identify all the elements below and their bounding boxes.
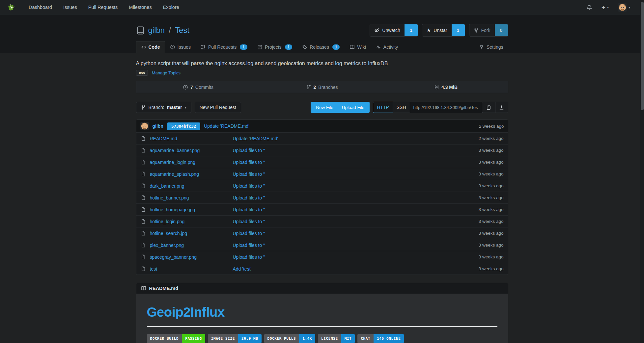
tab-wiki[interactable]: Wiki [345, 41, 371, 53]
file-age: 2 weeks ago [461, 136, 504, 141]
commit-author-link[interactable]: gilbn [153, 123, 163, 129]
chat-badge[interactable]: CHAT 145 ONLINE [357, 334, 404, 343]
file-commit-link[interactable]: Upload files to '' [233, 219, 461, 224]
nav-dashboard[interactable]: Dashboard [23, 0, 58, 15]
file-commit-link[interactable]: Add 'test' [233, 266, 461, 272]
readme-body: Geoip2Influx DOCKER BUILD PASSING IMAGE … [136, 294, 508, 343]
fork-button[interactable]: Fork [469, 24, 495, 36]
file-name-link[interactable]: spacegray_banner.png [150, 254, 233, 260]
user-menu[interactable]: ▾ [618, 3, 630, 12]
clock-icon [183, 85, 188, 90]
file-name-link[interactable]: hotline_login.png [150, 219, 233, 224]
file-name-link[interactable]: aquamarine_banner.png [150, 148, 233, 153]
file-icon [141, 207, 146, 212]
copy-url-button[interactable] [482, 102, 495, 113]
ssh-protocol-button[interactable]: SSH [393, 102, 410, 113]
commit-message-link[interactable]: Update 'README.md' [204, 123, 249, 129]
commit-hash-badge[interactable]: 57384bfc32 [167, 122, 200, 130]
branch-selector[interactable]: Branch: master ▾ [136, 102, 191, 113]
file-commit-link[interactable]: Upload files to '' [233, 231, 461, 236]
http-protocol-button[interactable]: HTTP [373, 102, 393, 113]
book-icon [350, 44, 355, 50]
watchers-count[interactable]: 1 [405, 24, 418, 36]
file-name-link[interactable]: README.md [150, 136, 233, 141]
license-badge[interactable]: LICENSE MIT [318, 334, 355, 343]
unstar-button[interactable]: ★ Unstar [422, 24, 452, 36]
issue-icon [170, 44, 175, 50]
file-age: 3 weeks ago [461, 172, 504, 176]
clone-url-input[interactable] [410, 102, 482, 113]
tab-settings[interactable]: Settings [474, 41, 508, 53]
docker-pulls-badge[interactable]: DOCKER PULLS 1.4K [264, 334, 316, 343]
tab-projects[interactable]: Projects 1 [252, 41, 297, 53]
file-commit-link[interactable]: Update 'README.md' [233, 136, 461, 141]
file-name-link[interactable]: aquamarine_splash.png [150, 172, 233, 177]
latest-commit-row: gilbn 57384bfc32 Update 'README.md' 2 we… [136, 120, 508, 132]
page-scrollbar[interactable] [640, 0, 644, 343]
code-icon [141, 44, 146, 50]
pulse-icon [376, 44, 381, 50]
commits-stat[interactable]: 7 Commits [136, 81, 260, 93]
project-board-icon [257, 44, 263, 50]
file-name-link[interactable]: dark_banner.png [150, 183, 233, 189]
gitea-logo-icon[interactable] [7, 3, 16, 12]
tab-activity[interactable]: Activity [371, 41, 403, 53]
nav-issues[interactable]: Issues [58, 0, 83, 15]
star-group: ★ Unstar 1 [422, 24, 465, 37]
manage-topics-link[interactable]: Manage Topics [152, 70, 181, 75]
scrollbar-thumb[interactable] [641, 2, 644, 110]
file-commit-link[interactable]: Upload files to '' [233, 160, 461, 165]
tab-code[interactable]: Code [136, 41, 165, 53]
unwatch-button[interactable]: Unwatch [370, 24, 404, 36]
upload-file-button[interactable]: Upload File [338, 105, 369, 110]
repo-tabs: Code Issues Pull Requests 1 Projects 1 [136, 41, 508, 53]
file-name-link[interactable]: hotline_search.jpg [150, 231, 233, 236]
commit-author-avatar[interactable] [140, 122, 149, 130]
tab-activity-label: Activity [383, 44, 398, 50]
image-size-badge[interactable]: IMAGE SIZE 26.9 MB [208, 334, 262, 343]
repo-size-stat[interactable]: 4.3 MiB [384, 81, 508, 93]
file-commit-link[interactable]: Upload files to '' [233, 148, 461, 153]
file-commit-link[interactable]: Upload files to '' [233, 243, 461, 248]
file-commit-link[interactable]: Upload files to '' [233, 172, 461, 177]
fork-group: Fork 0 [469, 24, 508, 37]
file-row: hotline_login.png Upload files to '' 3 w… [136, 215, 508, 227]
download-button[interactable] [495, 102, 508, 113]
database-icon [434, 85, 439, 90]
tab-pull-requests[interactable]: Pull Requests 1 [196, 41, 252, 53]
file-row: README.md Update 'README.md' 2 weeks ago [136, 132, 508, 144]
nav-pull-requests[interactable]: Pull Requests [83, 0, 123, 15]
file-name-link[interactable]: aquamarine_login.png [150, 160, 233, 165]
create-new-dropdown[interactable]: + ▾ [602, 4, 609, 11]
forks-count[interactable]: 0 [495, 24, 508, 36]
file-commit-link[interactable]: Upload files to '' [233, 207, 461, 212]
file-row: hotline_banner.png Upload files to '' 3 … [136, 192, 508, 203]
nav-explore[interactable]: Explore [157, 0, 185, 15]
badge-label: IMAGE SIZE [208, 334, 238, 343]
file-name-link[interactable]: hotline_homepage.jpg [150, 207, 233, 212]
file-commit-link[interactable]: Upload files to '' [233, 254, 461, 260]
file-commit-link[interactable]: Upload files to '' [233, 183, 461, 189]
repo-name-link[interactable]: Test [175, 26, 189, 35]
repo-stats-bar: 7 Commits 2 Branches 4.3 MiB [136, 81, 508, 93]
file-commit-link[interactable]: Upload files to '' [233, 195, 461, 200]
branches-label: Branches [318, 85, 338, 90]
stars-count[interactable]: 1 [452, 24, 465, 36]
nav-milestones[interactable]: Milestones [123, 0, 157, 15]
file-name-link[interactable]: plex_banner.png [150, 243, 233, 248]
new-pull-request-button[interactable]: New Pull Request [195, 102, 241, 113]
notifications-bell-icon[interactable] [586, 5, 592, 11]
repo-owner-link[interactable]: gilbn [148, 26, 165, 35]
file-icon [141, 172, 146, 176]
file-row: spacegray_banner.png Upload files to '' … [136, 251, 508, 263]
branches-stat[interactable]: 2 Branches [260, 81, 384, 93]
watch-group: Unwatch 1 [370, 24, 418, 37]
file-name-link[interactable]: hotline_banner.png [150, 195, 233, 200]
tab-issues[interactable]: Issues [165, 41, 196, 53]
repo-body: A python script that will parse the ngin… [136, 61, 508, 343]
tab-releases[interactable]: Releases 1 [297, 41, 345, 53]
new-file-button[interactable]: New File [312, 105, 338, 110]
topic-tag-css[interactable]: css [136, 70, 148, 76]
docker-build-badge[interactable]: DOCKER BUILD PASSING [147, 334, 205, 343]
file-name-link[interactable]: test [150, 266, 233, 272]
